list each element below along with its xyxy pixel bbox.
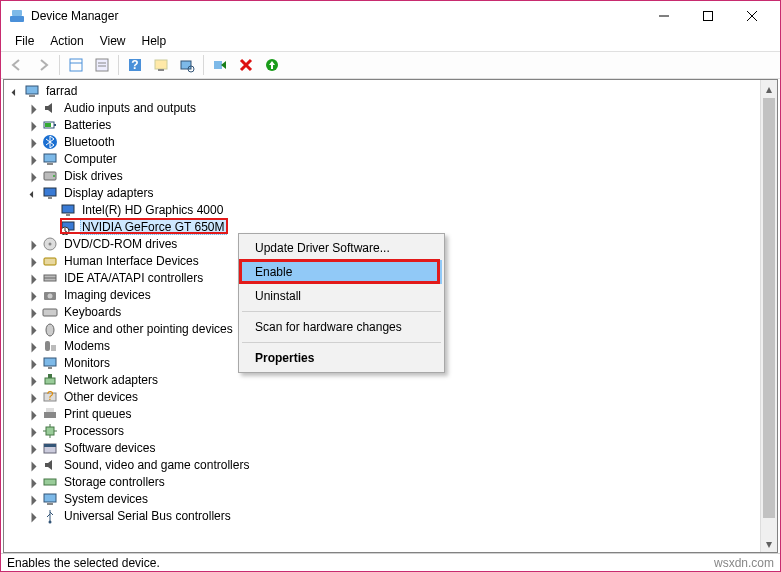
expander-icon[interactable] [26, 509, 42, 523]
tree-label: Modems [62, 339, 112, 353]
expander-icon[interactable] [26, 237, 42, 251]
svg-rect-49 [48, 374, 52, 378]
menu-help[interactable]: Help [134, 32, 175, 50]
tree-label: DVD/CD-ROM drives [62, 237, 179, 251]
tree-root[interactable]: farrad [4, 82, 777, 99]
tree-item-usb[interactable]: Universal Serial Bus controllers [4, 507, 777, 524]
help-button[interactable]: ? [123, 53, 147, 77]
tree-item-software[interactable]: Software devices [4, 439, 777, 456]
tree-label: Storage controllers [62, 475, 167, 489]
context-item-update-driver[interactable]: Update Driver Software... [241, 236, 442, 260]
menu-view[interactable]: View [92, 32, 134, 50]
watermark-text: wsxdn.com [714, 556, 774, 570]
modem-icon [42, 338, 58, 354]
tree-item-audio[interactable]: Audio inputs and outputs [4, 99, 777, 116]
titlebar: Device Manager [1, 1, 780, 31]
scroll-down-icon[interactable]: ▾ [761, 535, 777, 552]
tree-label: System devices [62, 492, 150, 506]
expander-icon[interactable] [26, 492, 42, 506]
expander-icon[interactable] [26, 305, 42, 319]
printer-icon [42, 406, 58, 422]
expander-icon[interactable] [26, 169, 42, 183]
svg-rect-46 [44, 358, 56, 366]
tree-label: Other devices [62, 390, 140, 404]
tree-label: Keyboards [62, 305, 123, 319]
expander-icon[interactable] [26, 424, 42, 438]
computer-icon [24, 83, 40, 99]
tree-item-disk[interactable]: Disk drives [4, 167, 777, 184]
svg-rect-48 [45, 378, 55, 384]
context-item-enable[interactable]: Enable [241, 260, 442, 284]
tree-item-sound[interactable]: Sound, video and game controllers [4, 456, 777, 473]
software-icon [42, 440, 58, 456]
svg-rect-13 [155, 60, 167, 69]
speaker-icon [42, 100, 58, 116]
tree-item-bluetooth[interactable]: Bluetooth [4, 133, 777, 150]
expander-icon[interactable] [8, 84, 24, 98]
expander-icon[interactable] [26, 152, 42, 166]
expander-icon[interactable] [26, 373, 42, 387]
svg-rect-62 [44, 494, 56, 502]
menu-file[interactable]: File [7, 32, 42, 50]
tree-item-processors[interactable]: Processors [4, 422, 777, 439]
properties-button[interactable] [90, 53, 114, 77]
svg-rect-23 [45, 123, 51, 127]
statusbar: Enables the selected device. wsxdn.com [1, 553, 780, 571]
menubar: File Action View Help [1, 31, 780, 51]
context-item-scan[interactable]: Scan for hardware changes [241, 315, 442, 339]
forward-button[interactable] [31, 53, 55, 77]
context-item-properties[interactable]: Properties [241, 346, 442, 370]
expander-icon[interactable] [26, 271, 42, 285]
show-hidden-button[interactable] [64, 53, 88, 77]
maximize-button[interactable] [686, 2, 730, 30]
enable-device-button[interactable] [208, 53, 232, 77]
tree-item-network[interactable]: Network adapters [4, 371, 777, 388]
vertical-scrollbar[interactable]: ▴ ▾ [760, 80, 777, 552]
svg-rect-53 [46, 408, 54, 412]
svg-rect-15 [181, 61, 191, 69]
expander-icon[interactable] [26, 254, 42, 268]
context-menu: Update Driver Software... Enable Uninsta… [238, 233, 445, 373]
expander-icon[interactable] [26, 407, 42, 421]
menu-action[interactable]: Action [42, 32, 91, 50]
tree-item-other[interactable]: ?Other devices [4, 388, 777, 405]
toolbar-separator [203, 55, 204, 75]
expander-icon[interactable] [26, 458, 42, 472]
expander-icon[interactable] [26, 339, 42, 353]
back-button[interactable] [5, 53, 29, 77]
tree-item-display[interactable]: Display adapters [4, 184, 777, 201]
tree-label: Monitors [62, 356, 112, 370]
update-driver-button[interactable] [149, 53, 173, 77]
speaker-icon [42, 457, 58, 473]
expander-icon[interactable] [26, 288, 42, 302]
scroll-thumb[interactable] [763, 98, 775, 518]
expander-icon[interactable] [26, 441, 42, 455]
scroll-up-icon[interactable]: ▴ [761, 80, 777, 97]
tree-label: Sound, video and game controllers [62, 458, 251, 472]
svg-point-64 [49, 520, 52, 523]
svg-rect-32 [66, 214, 70, 216]
tree-item-print[interactable]: Print queues [4, 405, 777, 422]
expander-icon[interactable] [26, 186, 42, 200]
tree-item-intel-hd[interactable]: Intel(R) HD Graphics 4000 [4, 201, 777, 218]
minimize-button[interactable] [642, 2, 686, 30]
tree-item-storage[interactable]: Storage controllers [4, 473, 777, 490]
tree-item-computer[interactable]: Computer [4, 150, 777, 167]
expander-icon[interactable] [26, 356, 42, 370]
context-item-uninstall[interactable]: Uninstall [241, 284, 442, 308]
tree-item-system[interactable]: System devices [4, 490, 777, 507]
add-legacy-button[interactable] [260, 53, 284, 77]
uninstall-button[interactable] [234, 53, 258, 77]
svg-point-36 [49, 242, 52, 245]
expander-icon[interactable] [26, 118, 42, 132]
svg-rect-30 [48, 197, 52, 199]
expander-icon[interactable] [26, 135, 42, 149]
close-button[interactable] [730, 2, 774, 30]
expander-icon[interactable] [26, 101, 42, 115]
scan-hardware-button[interactable] [175, 53, 199, 77]
tree-item-batteries[interactable]: Batteries [4, 116, 777, 133]
toolbar-separator [118, 55, 119, 75]
expander-icon[interactable] [26, 390, 42, 404]
expander-icon[interactable] [26, 475, 42, 489]
expander-icon[interactable] [26, 322, 42, 336]
